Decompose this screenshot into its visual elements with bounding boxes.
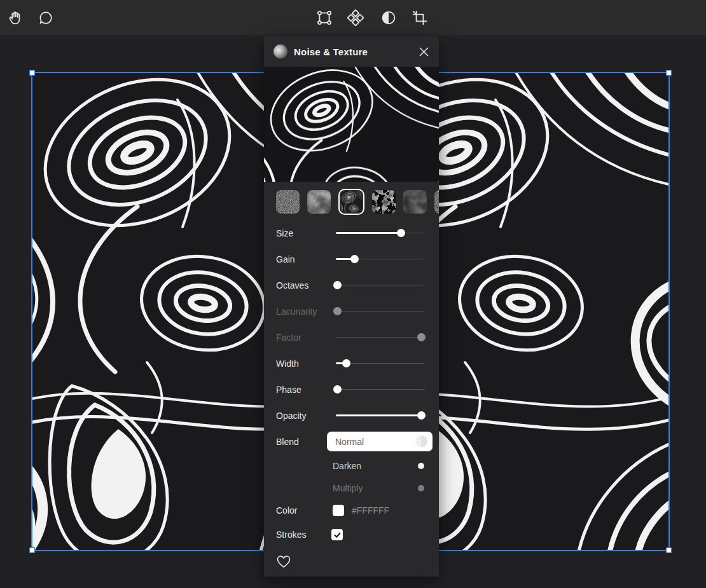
blend-label: Blend <box>276 437 327 447</box>
slider-label: Lacunarity <box>276 306 336 317</box>
noise-texture-plugin-panel: Noise & Texture <box>264 36 439 577</box>
slider-label: Octaves <box>276 280 336 291</box>
slider-knob[interactable] <box>342 359 350 367</box>
blend-selected-value: Normal <box>335 437 364 447</box>
blend-option-label: Darken <box>333 461 361 471</box>
blend-option-list: Darken Multiply <box>264 455 439 499</box>
slider-track[interactable] <box>336 411 425 420</box>
plugin-controls: Size Gain Octaves Lacunarity Fac <box>264 220 439 576</box>
slider-label: Opacity <box>276 411 336 421</box>
slider-list: Size Gain Octaves Lacunarity Fac <box>264 220 439 428</box>
top-toolbar <box>0 0 706 36</box>
slider-track-fill <box>336 414 421 416</box>
slider-label: Phase <box>276 385 336 395</box>
color-swatch[interactable] <box>333 505 344 516</box>
thumbnail-cell-pattern[interactable] <box>403 190 427 214</box>
slider-track-base <box>336 337 425 338</box>
slider-knob[interactable] <box>417 333 426 341</box>
thumbnail-clipped[interactable] <box>434 190 439 214</box>
pattern-tool-icon[interactable] <box>347 9 364 27</box>
slider-row: Opacity <box>264 402 439 428</box>
slider-track[interactable] <box>336 333 425 342</box>
slider-knob[interactable] <box>333 385 342 393</box>
plugin-header: Noise & Texture <box>264 36 439 67</box>
thumbnail-static-noise[interactable] <box>276 190 300 214</box>
slider-track-base <box>336 389 425 390</box>
slider-track-fill <box>336 232 401 234</box>
transform-tool-icon[interactable] <box>315 9 333 27</box>
slider-track[interactable] <box>336 281 425 290</box>
blend-option-dot-icon <box>418 485 424 491</box>
color-label: Color <box>276 505 333 516</box>
slider-knob[interactable] <box>333 281 342 289</box>
slider-track[interactable] <box>336 307 425 316</box>
slider-knob[interactable] <box>397 229 405 237</box>
color-row: Color #FFFFFF <box>264 499 439 521</box>
slider-track[interactable] <box>336 229 425 238</box>
slider-row: Width <box>264 350 439 376</box>
blend-option[interactable]: Multiply <box>264 477 439 499</box>
blend-mode-select[interactable]: Normal <box>327 432 433 451</box>
slider-track[interactable] <box>336 255 425 264</box>
thumbnail-blob-pattern[interactable] <box>372 190 396 214</box>
strokes-label: Strokes <box>276 530 331 540</box>
thumbnail-contour-lines[interactable] <box>338 189 364 215</box>
plugin-logo-icon <box>273 44 287 58</box>
strokes-checkbox[interactable] <box>331 529 343 540</box>
plugin-footer <box>264 548 439 576</box>
hand-tool-icon[interactable] <box>6 9 24 27</box>
slider-label: Width <box>276 359 336 369</box>
slider-track-base <box>336 285 425 286</box>
blend-row: Blend Normal <box>264 428 439 455</box>
comment-tool-icon[interactable] <box>37 9 55 27</box>
slider-track[interactable] <box>336 359 425 368</box>
slider-knob[interactable] <box>417 411 426 420</box>
slider-row: Gain <box>264 246 439 272</box>
close-icon[interactable] <box>416 44 431 59</box>
slider-row: Size <box>264 220 439 246</box>
slider-label: Gain <box>276 254 336 264</box>
slider-label: Size <box>276 228 336 238</box>
selection-handle-top-left[interactable] <box>29 70 35 76</box>
plugin-title: Noise & Texture <box>294 46 368 57</box>
color-hex-value: #FFFFFF <box>352 505 389 516</box>
slider-row: Octaves <box>264 272 439 298</box>
slider-row: Factor <box>264 324 439 350</box>
slider-row: Lacunarity <box>264 298 439 324</box>
blend-option-label: Multiply <box>333 483 363 493</box>
texture-preview[interactable] <box>264 67 439 182</box>
slider-track-base <box>336 311 425 312</box>
selection-handle-top-right[interactable] <box>666 70 672 76</box>
slider-row: Phase <box>264 376 439 402</box>
slider-knob[interactable] <box>333 307 342 315</box>
crop-tool-icon[interactable] <box>411 9 429 27</box>
blend-option[interactable]: Darken <box>264 455 439 477</box>
slider-label: Factor <box>276 332 336 343</box>
thumbnail-soft-noise[interactable] <box>307 190 331 214</box>
selection-handle-bottom-left[interactable] <box>29 547 35 553</box>
blend-mode-icon <box>415 435 427 448</box>
slider-knob[interactable] <box>350 255 359 263</box>
favorite-heart-icon[interactable] <box>276 554 291 570</box>
selection-handle-bottom-right[interactable] <box>666 547 672 553</box>
contrast-tool-icon[interactable] <box>380 9 398 27</box>
slider-track[interactable] <box>336 385 425 394</box>
strokes-row: Strokes <box>264 521 439 548</box>
texture-thumbnail-row <box>264 189 439 215</box>
blend-option-dot-icon <box>418 463 424 469</box>
